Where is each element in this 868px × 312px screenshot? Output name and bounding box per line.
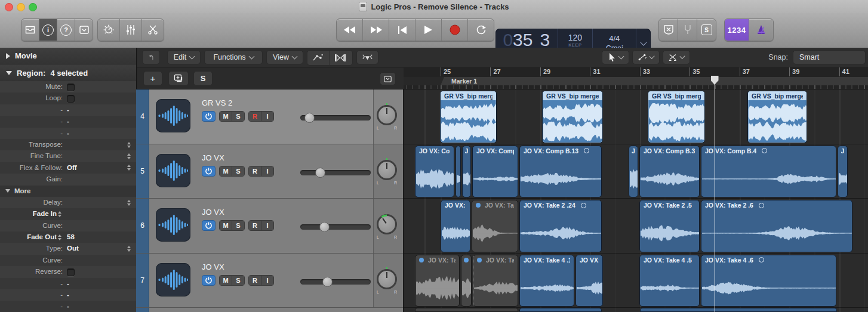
audio-region[interactable] bbox=[519, 308, 602, 312]
record-button[interactable] bbox=[442, 19, 468, 41]
audio-region[interactable]: JO VX: Tak bbox=[472, 200, 518, 252]
mute-button[interactable]: M bbox=[220, 221, 232, 230]
duplicate-track-button[interactable] bbox=[168, 71, 189, 86]
audio-region[interactable] bbox=[640, 308, 837, 312]
track-header[interactable]: 6JO VXMSRILR bbox=[136, 199, 403, 254]
movie-section-header[interactable]: Movie bbox=[0, 48, 136, 64]
audio-region[interactable]: JO VX: Take 4 .1 bbox=[519, 255, 574, 307]
editors-button[interactable] bbox=[142, 19, 164, 41]
go-to-beginning-button[interactable] bbox=[389, 19, 415, 41]
volume-slider[interactable] bbox=[300, 115, 371, 121]
track-solo-mode-button[interactable]: S bbox=[193, 71, 213, 86]
volume-slider[interactable] bbox=[300, 170, 371, 175]
volume-handle[interactable] bbox=[315, 168, 325, 178]
autopunch-button[interactable] bbox=[659, 19, 678, 41]
track-header[interactable]: 5JO VXMSRILR bbox=[136, 144, 403, 199]
volume-slider[interactable] bbox=[300, 279, 371, 285]
audio-region[interactable]: JO VX: bbox=[441, 200, 470, 252]
region-section-header[interactable]: Region: 4 selected bbox=[0, 64, 136, 82]
arrangement-lanes[interactable]: GR VS_bip mergeGR VS_bip mergeGR VS_bip … bbox=[404, 89, 868, 312]
third-tool-menu[interactable] bbox=[663, 50, 690, 64]
audio-region[interactable]: JO VX: Ta bbox=[415, 255, 460, 307]
mute-button[interactable]: M bbox=[220, 276, 232, 285]
hierarchy-back-button[interactable] bbox=[142, 50, 160, 64]
track-on-button[interactable] bbox=[202, 220, 216, 231]
media-browser-button[interactable] bbox=[21, 19, 39, 41]
audio-region[interactable]: GR VS_bip merge bbox=[648, 91, 705, 143]
audio-region[interactable]: JO VX: Ta bbox=[473, 255, 518, 307]
count-in-button[interactable]: 1234 bbox=[725, 19, 749, 41]
track-header[interactable]: 4GR VS 2MSRILR bbox=[136, 89, 403, 144]
add-track-button[interactable]: + bbox=[143, 71, 162, 86]
record-enable-button[interactable]: R bbox=[249, 276, 261, 285]
audio-region[interactable]: JO VX: Take 2 .24 bbox=[519, 200, 602, 252]
toolbar-toggle-button[interactable] bbox=[75, 19, 93, 41]
solo-button[interactable]: S bbox=[232, 276, 244, 285]
audio-region[interactable] bbox=[455, 146, 461, 198]
value-stepper[interactable] bbox=[58, 234, 61, 240]
audio-region[interactable]: GR VS_bip merge bbox=[542, 91, 603, 143]
value-stepper[interactable] bbox=[127, 246, 131, 252]
track-lane[interactable]: GR VS_bip mergeGR VS_bip mergeGR VS_bip … bbox=[404, 89, 868, 144]
audio-region[interactable]: J bbox=[462, 146, 471, 198]
checkbox[interactable] bbox=[67, 84, 75, 91]
checkbox[interactable] bbox=[67, 95, 75, 103]
audio-region[interactable] bbox=[461, 255, 472, 307]
cycle-button[interactable] bbox=[468, 19, 494, 41]
pan-knob[interactable] bbox=[377, 269, 397, 289]
mute-button[interactable]: M bbox=[220, 112, 232, 121]
checkbox[interactable] bbox=[67, 268, 75, 276]
track-lane[interactable]: JO VX: CoJJO VX: CompJO VX: Comp B.13JJO… bbox=[404, 144, 868, 199]
audio-region[interactable]: JO VX: Comp bbox=[472, 146, 518, 198]
metronome-button[interactable] bbox=[749, 19, 773, 41]
record-enable-button[interactable]: R bbox=[249, 112, 261, 121]
track-header-options-button[interactable] bbox=[380, 72, 396, 85]
command-click-tool-menu[interactable] bbox=[632, 50, 660, 64]
audio-region[interactable]: GR VS_bip merge bbox=[747, 91, 807, 143]
inspector-section-more[interactable]: More bbox=[0, 186, 136, 197]
pan-knob[interactable] bbox=[377, 214, 397, 234]
automation-button[interactable] bbox=[307, 51, 330, 65]
input-monitor-button[interactable]: I bbox=[261, 276, 273, 285]
smart-controls-button[interactable] bbox=[98, 19, 120, 41]
input-monitor-button[interactable]: I bbox=[261, 166, 273, 176]
audio-region[interactable] bbox=[415, 308, 518, 312]
input-monitor-button[interactable]: I bbox=[261, 221, 273, 230]
menu-functions[interactable]: Functions bbox=[204, 50, 263, 64]
audio-region[interactable]: JO VX: Comp B.4 bbox=[701, 146, 836, 198]
value-stepper[interactable] bbox=[127, 142, 131, 148]
value-stepper[interactable] bbox=[127, 153, 131, 159]
marker[interactable] bbox=[441, 77, 868, 85]
volume-handle[interactable] bbox=[322, 277, 333, 287]
left-click-tool-menu[interactable] bbox=[602, 50, 629, 64]
solo-button[interactable]: S bbox=[232, 112, 244, 121]
track-on-button[interactable] bbox=[202, 111, 216, 122]
record-enable-button[interactable]: R bbox=[249, 166, 261, 176]
menu-view[interactable]: View bbox=[266, 50, 303, 64]
track-on-button[interactable] bbox=[202, 166, 216, 177]
audio-region[interactable]: J bbox=[629, 146, 638, 198]
forward-button[interactable] bbox=[363, 19, 389, 41]
solo-button[interactable]: S bbox=[232, 221, 244, 230]
record-enable-button[interactable]: R bbox=[249, 221, 261, 230]
play-button[interactable] bbox=[415, 19, 442, 41]
menu-edit[interactable]: Edit bbox=[167, 50, 201, 64]
track-on-button[interactable] bbox=[202, 275, 216, 286]
quick-help-button[interactable]: ? bbox=[57, 19, 75, 41]
value-stepper[interactable] bbox=[127, 165, 131, 171]
inspector-button[interactable]: i bbox=[39, 19, 57, 41]
bar-ruler[interactable]: 252729313335373941 Marker 1 bbox=[404, 67, 868, 89]
audio-region[interactable]: JO VX: Take 4 .6 bbox=[701, 255, 836, 307]
track-lane[interactable] bbox=[404, 308, 868, 312]
master-solo-button[interactable]: S bbox=[697, 19, 716, 41]
mute-button[interactable]: M bbox=[220, 166, 232, 176]
solo-button[interactable]: S bbox=[232, 166, 244, 176]
volume-handle[interactable] bbox=[319, 222, 330, 232]
audio-region[interactable]: JO VX: Take 2 .5 bbox=[639, 200, 700, 252]
track-lane[interactable]: JO VX:JO VX: TakJO VX: Take 2 .24JO VX: … bbox=[404, 199, 868, 254]
track-header[interactable]: 7JO VXMSRILR bbox=[136, 254, 403, 308]
tuner-button[interactable] bbox=[678, 19, 697, 41]
audio-region[interactable]: GR VS_bip merge bbox=[440, 91, 497, 143]
track-lane[interactable]: JO VX: TaJO VX: TaJO VX: Take 4 .1JO VX:… bbox=[404, 254, 868, 308]
audio-region[interactable]: JO VX: Co bbox=[415, 146, 454, 198]
